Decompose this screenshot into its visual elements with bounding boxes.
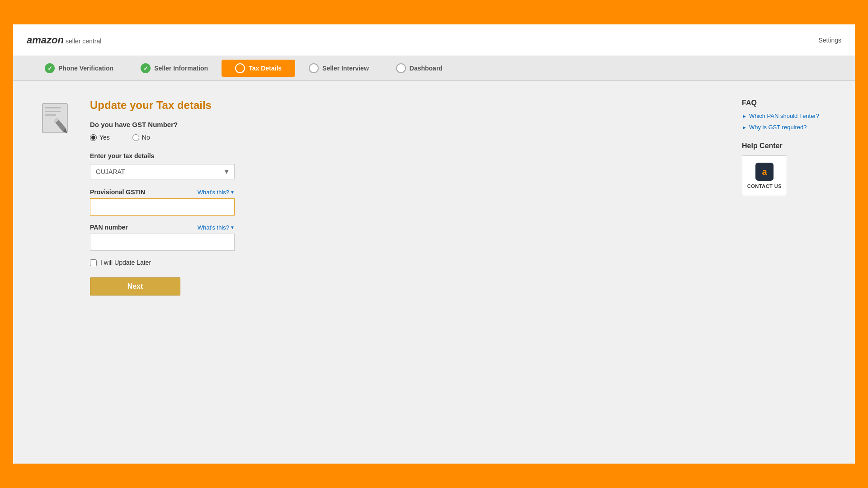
help-center-title: Help Center: [742, 142, 832, 150]
radio-no[interactable]: No: [132, 134, 150, 141]
faq-section: FAQ ► Which PAN should I enter? ► Why is…: [742, 99, 832, 131]
pan-field-label: PAN number: [90, 224, 128, 231]
content-left: Update your Tax details Do you have GST …: [36, 99, 724, 296]
step-dashboard[interactable]: Dashboard: [382, 60, 456, 77]
state-select[interactable]: GUJARAT MAHARASHTRA DELHI KARNATAKA: [90, 164, 235, 179]
header: amazon seller central Settings: [13, 24, 855, 56]
step-label-tax: Tax Details: [249, 65, 282, 72]
logo-row: amazon seller central: [27, 34, 101, 46]
step-seller-information[interactable]: Seller Information: [127, 60, 222, 77]
faq-link-pan[interactable]: ► Which PAN should I enter?: [742, 113, 832, 119]
step-phone-verification[interactable]: Phone Verification: [31, 60, 127, 77]
faq-link-gst[interactable]: ► Why is GST required?: [742, 124, 832, 131]
gst-question: Do you have GST Number?: [90, 121, 339, 128]
faq-link-gst-text: Why is GST required?: [749, 124, 807, 131]
gstin-input[interactable]: [90, 198, 235, 216]
gstin-field-row: Provisional GSTIN What's this? ▼: [90, 188, 235, 196]
logo-seller-central: seller central: [66, 38, 101, 45]
faq-arrow-2-icon: ►: [742, 125, 747, 130]
step-seller-interview[interactable]: Seller Interview: [295, 60, 382, 77]
step-circle-seller: [141, 63, 151, 73]
next-button[interactable]: Next: [90, 277, 180, 296]
step-circle-phone: [45, 63, 55, 73]
radio-yes[interactable]: Yes: [90, 134, 110, 141]
faq-link-pan-text: Which PAN should I enter?: [749, 113, 819, 119]
svg-rect-1: [45, 107, 61, 108]
icon-area: [36, 99, 76, 296]
pan-whats-this-arrow-icon: ▼: [230, 225, 235, 230]
faq-arrow-1-icon: ►: [742, 113, 747, 119]
step-label-phone: Phone Verification: [58, 65, 113, 72]
update-later-label: I will Update Later: [100, 259, 151, 266]
settings-link[interactable]: Settings: [818, 37, 841, 44]
amazon-contact-icon: a: [755, 163, 774, 181]
contact-icon-char: a: [762, 167, 767, 177]
contact-us-box[interactable]: a CONTACT US: [742, 155, 787, 196]
contact-us-label: CONTACT US: [747, 183, 782, 189]
enter-tax-details-label: Enter your tax details: [90, 152, 339, 160]
sidebar: FAQ ► Which PAN should I enter? ► Why is…: [742, 99, 832, 296]
pan-field-row: PAN number What's this? ▼: [90, 224, 235, 231]
pan-input[interactable]: [90, 234, 235, 251]
step-circle-tax: [235, 63, 245, 73]
step-circle-dashboard: [396, 63, 406, 73]
whats-this-arrow-icon: ▼: [230, 190, 235, 195]
form-area: Update your Tax details Do you have GST …: [90, 99, 339, 296]
radio-no-label: No: [142, 134, 150, 141]
page-title: Update your Tax details: [90, 99, 339, 112]
step-circle-interview: [309, 63, 319, 73]
step-tax-details[interactable]: Tax Details: [222, 60, 295, 77]
page-container: amazon seller central Settings Phone Ver…: [11, 23, 857, 465]
progress-bar: Phone Verification Seller Information Ta…: [13, 56, 855, 81]
faq-title: FAQ: [742, 99, 832, 107]
step-label-dashboard: Dashboard: [410, 65, 443, 72]
radio-yes-input[interactable]: [90, 134, 97, 141]
step-label-seller: Seller Information: [154, 65, 208, 72]
logo-container: amazon seller central: [27, 34, 101, 46]
state-select-wrapper: GUJARAT MAHARASHTRA DELHI KARNATAKA ▼: [90, 164, 235, 179]
logo-amazon: amazon: [27, 34, 64, 46]
svg-rect-2: [45, 111, 61, 112]
step-label-interview: Seller Interview: [322, 65, 369, 72]
update-later-row: I will Update Later: [90, 259, 339, 266]
gst-radio-group: Yes No: [90, 134, 339, 141]
radio-no-input[interactable]: [132, 134, 139, 141]
svg-rect-3: [45, 114, 56, 116]
radio-yes-label: Yes: [99, 134, 110, 141]
gstin-field-label: Provisional GSTIN: [90, 188, 145, 196]
pan-whats-this[interactable]: What's this? ▼: [198, 224, 235, 231]
update-later-checkbox[interactable]: [90, 259, 97, 266]
main-content: Update your Tax details Do you have GST …: [13, 81, 855, 314]
gstin-whats-this[interactable]: What's this? ▼: [198, 189, 235, 196]
tax-icon: [36, 99, 76, 140]
